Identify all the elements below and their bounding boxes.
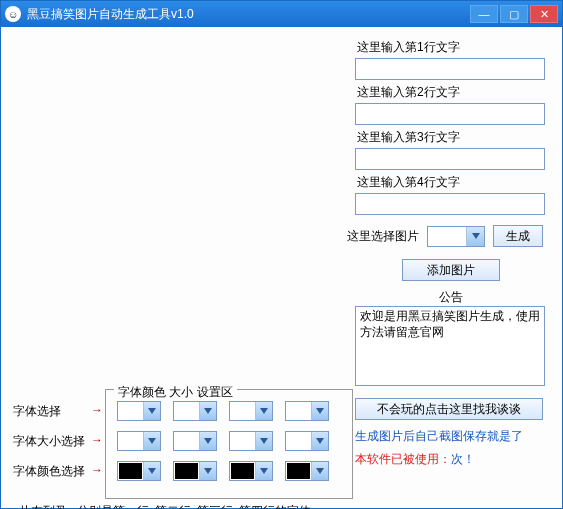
image-select-row: 这里选择图片 生成 [347,225,551,247]
line2-label: 这里输入第2行文字 [357,84,551,101]
generate-button[interactable]: 生成 [493,225,543,247]
line4-input[interactable] [355,193,545,215]
window-title: 黑豆搞笑图片自动生成工具v1.0 [27,6,470,23]
usage-row: 本软件已被使用：次！ [355,451,551,468]
chevron-down-icon [143,432,160,450]
chevron-down-icon [466,227,484,246]
image-select-combo[interactable] [427,226,485,247]
font-select-col1[interactable] [117,401,161,421]
footer-labels: 从左到叉 分别是第一行 第二行 第三行 第四行的字体 [19,503,311,509]
font-color-col3[interactable] [229,461,273,481]
font-select-row [117,401,329,421]
font-size-col3[interactable] [229,431,273,451]
app-icon: ☺ [5,6,21,22]
maximize-button[interactable]: ▢ [500,5,528,23]
help-button[interactable]: 不会玩的点击这里找我谈谈 [355,398,543,420]
image-select-label: 这里选择图片 [347,228,419,245]
chevron-down-icon [255,402,272,420]
font-select-col4[interactable] [285,401,329,421]
chevron-down-icon [199,402,216,420]
font-color-col2[interactable] [173,461,217,481]
chevron-down-icon [311,402,328,420]
font-select-label: 字体选择 [13,403,61,420]
minimize-button[interactable]: — [470,5,498,23]
chevron-down-icon [255,432,272,450]
chevron-down-icon [143,462,160,480]
arrow-icon-2: → [91,433,103,447]
line3-input[interactable] [355,148,545,170]
usage-prefix: 本软件已被使用： [355,452,451,466]
add-image-button[interactable]: 添加图片 [402,259,500,281]
app-window: ☺ 黑豆搞笑图片自动生成工具v1.0 — ▢ ✕ 这里输入第1行文字 这里输入第… [0,0,563,509]
chevron-down-icon [199,462,216,480]
chevron-down-icon [255,462,272,480]
footer-c4: 第四行的字体 [239,503,311,509]
notice-body: 欢迎是用黑豆搞笑图片生成，使用方法请留意官网 [355,306,545,386]
usage-suffix: 次！ [451,452,475,466]
arrow-icon-1: → [91,403,103,417]
chevron-down-icon [199,432,216,450]
footer-c3: 第三行 [197,503,233,509]
font-size-col2[interactable] [173,431,217,451]
font-color-label: 字体颜色选择 [13,463,85,480]
window-controls: — ▢ ✕ [470,5,558,23]
font-size-label: 字体大小选择 [13,433,85,450]
screenshot-tip: 生成图片后自己截图保存就是了 [355,428,551,445]
font-color-col4[interactable] [285,461,329,481]
arrow-icon-3: → [91,463,103,477]
line1-input[interactable] [355,58,545,80]
font-size-col1[interactable] [117,431,161,451]
line1-label: 这里输入第1行文字 [357,39,551,56]
font-select-col2[interactable] [173,401,217,421]
right-panel: 这里输入第1行文字 这里输入第2行文字 这里输入第3行文字 这里输入第4行文字 … [351,35,551,468]
font-color-col1[interactable] [117,461,161,481]
line3-label: 这里输入第3行文字 [357,129,551,146]
help-row: 不会玩的点击这里找我谈谈 [355,398,551,420]
footer-c1: 分别是第一行 [77,503,149,509]
font-size-row [117,431,329,451]
titlebar: ☺ 黑豆搞笑图片自动生成工具v1.0 — ▢ ✕ [1,1,562,27]
add-image-row: 添加图片 [351,259,551,281]
font-size-col4[interactable] [285,431,329,451]
fieldset-legend: 字体颜色 大小 设置区 [114,384,237,401]
line2-input[interactable] [355,103,545,125]
notice-title: 公告 [351,289,551,306]
line4-label: 这里输入第4行文字 [357,174,551,191]
footer-left: 从左到叉 [19,503,71,509]
chevron-down-icon [311,462,328,480]
font-color-row [117,461,329,481]
chevron-down-icon [311,432,328,450]
chevron-down-icon [143,402,160,420]
font-select-col3[interactable] [229,401,273,421]
footer-c2: 第二行 [155,503,191,509]
close-button[interactable]: ✕ [530,5,558,23]
client-area: 这里输入第1行文字 这里输入第2行文字 这里输入第3行文字 这里输入第4行文字 … [1,27,562,508]
